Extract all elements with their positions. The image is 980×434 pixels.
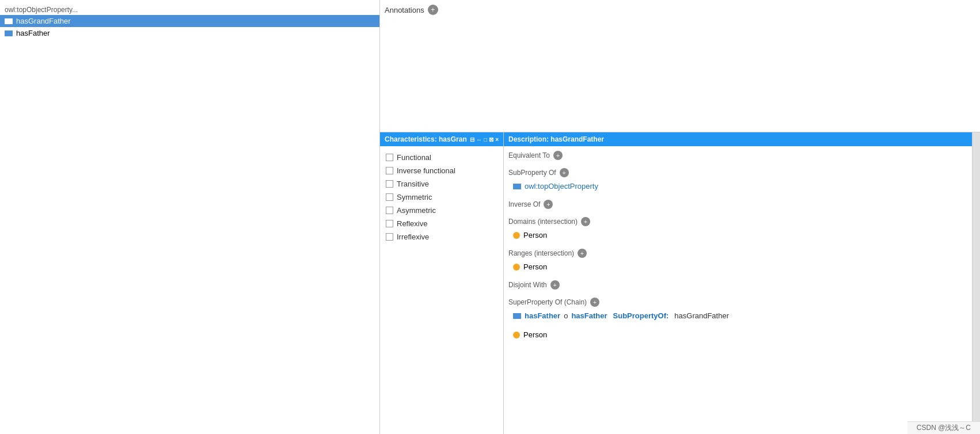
char-item-irreflexive[interactable]: Irreflexive [382,230,501,243]
inverse-add-button[interactable]: + [544,200,553,209]
tree-item-icon [5,18,13,24]
disjoint-add-button[interactable]: + [550,280,560,290]
checkbox-symmetric[interactable] [386,193,393,201]
char-label-symmetric: Symmetric [397,193,432,201]
char-panel-header: Characteristics: hasGran ⊟ ↔ □ ⊠ × [380,132,503,146]
chain-target: hasGrandFather [674,311,729,320]
desc-header-label: Description: hasGrandFather [508,135,604,143]
chain-subpropertyof: SubPropertyOf: [613,311,669,320]
chain-o-operator: o [564,311,568,320]
tree-item-hasgrandfather[interactable]: hasGrandFather [0,15,379,27]
char-header-icons: ⊟ ↔ □ ⊠ × [470,136,499,143]
tree-item-label: hasGrandFather [16,17,71,25]
domain-person-icon [513,232,520,239]
checkbox-irreflexive[interactable] [386,233,393,241]
status-bar: CSDN @浅浅～C [907,421,980,434]
section-inverse-title: Inverse Of + [508,200,967,209]
char-item-asymmetric[interactable]: Asymmetric [382,204,501,217]
tree-parent-label: owl:topObjectProperty... [0,5,379,15]
checkbox-inverse-functional[interactable] [386,167,393,174]
characteristics-panel: Characteristics: hasGran ⊟ ↔ □ ⊠ × Funct… [380,132,504,434]
char-item-reflexive[interactable]: Reflexive [382,217,501,230]
char-icon-box[interactable]: □ [484,136,487,143]
csdn-label: CSDN @浅浅～C [917,423,971,433]
subproperty-item: owl:topObjectProperty [508,181,967,192]
domain-person-label: Person [523,231,547,239]
char-label-inverse-functional: Inverse functional [397,166,455,175]
annotations-header: Annotations + [385,5,975,15]
equiv-add-button[interactable]: + [553,151,563,160]
bottom-panels: Characteristics: hasGran ⊟ ↔ □ ⊠ × Funct… [380,132,980,434]
section-inverse-of: Inverse Of + [508,200,967,209]
desc-content: Equivalent To + SubProperty Of + owl:top… [504,146,972,434]
left-tree-panel: owl:topObjectProperty... hasGrandFather … [0,0,380,434]
checkbox-reflexive[interactable] [386,220,393,227]
section-disjoint: Disjoint With + [508,280,967,290]
chain-item-icon [513,313,521,319]
checkbox-functional[interactable] [386,154,393,161]
domains-add-button[interactable]: + [581,217,590,226]
range-person-item: Person [508,261,967,272]
section-disjoint-title: Disjoint With + [508,280,967,290]
right-section: Annotations + Characteristics: hasGran ⊟… [380,0,980,434]
domain-person-item: Person [508,230,967,241]
extra-person-item: Person [508,329,967,340]
subproperty-icon [513,184,521,189]
range-person-label: Person [523,262,547,271]
char-icon-boxx[interactable]: ⊠ [489,136,493,143]
subproperty-link[interactable]: owl:topObjectProperty [525,182,598,191]
section-extra-person: Person [508,329,967,340]
section-domains: Domains (intersection) + Person [508,217,967,241]
superprop-add-button[interactable]: + [590,298,599,307]
section-ranges-title: Ranges (intersection) + [508,249,967,258]
char-item-transitive[interactable]: Transitive [382,177,501,191]
characteristics-list: Functional Inverse functional Transitive… [380,146,503,248]
chain-hasFather1: hasFather [525,311,560,320]
section-superproperty-chain: SuperProperty Of (Chain) + hasFather o h… [508,298,967,321]
section-subproperty-title: SubProperty Of + [508,168,967,177]
char-label-reflexive: Reflexive [397,219,427,228]
char-icon-minus[interactable]: ⊟ [470,136,474,143]
annotations-add-button[interactable]: + [428,5,438,15]
tree-item-icon-2 [5,31,13,36]
char-item-symmetric[interactable]: Symmetric [382,191,501,204]
chain-item: hasFather o hasFather SubPropertyOf: has… [508,310,967,321]
char-label-functional: Functional [397,153,431,162]
extra-person-label: Person [523,330,547,339]
char-item-functional[interactable]: Functional [382,151,501,164]
scrollbar[interactable] [972,132,980,434]
checkbox-asymmetric[interactable] [386,207,393,214]
annotations-label: Annotations [385,6,424,14]
char-label-irreflexive: Irreflexive [397,233,429,241]
checkbox-transitive[interactable] [386,180,393,188]
extra-person-icon [513,332,520,338]
subprop-add-button[interactable]: + [560,168,569,177]
section-subproperty-of: SubProperty Of + owl:topObjectProperty [508,168,967,192]
range-person-icon [513,264,520,271]
tree-item-hasfather[interactable]: hasFather [0,27,379,39]
char-icon-close[interactable]: × [495,136,499,143]
char-header-label: Characteristics: hasGran [385,135,467,143]
chain-hasFather2: hasFather [571,311,607,320]
section-superproperty-title: SuperProperty Of (Chain) + [508,298,967,307]
section-equivalent-to: Equivalent To + [508,151,967,160]
section-ranges: Ranges (intersection) + Person [508,249,967,272]
top-annotations-area: Annotations + [380,0,980,132]
char-item-inverse-functional[interactable]: Inverse functional [382,164,501,177]
ranges-add-button[interactable]: + [578,249,587,258]
char-label-transitive: Transitive [397,180,429,188]
section-equivalent-title: Equivalent To + [508,151,967,160]
char-label-asymmetric: Asymmetric [397,206,436,215]
char-icon-swap[interactable]: ↔ [476,136,482,143]
tree-item-label-2: hasFather [16,29,50,37]
desc-panel-header: Description: hasGrandFather [504,132,972,146]
section-domains-title: Domains (intersection) + [508,217,967,226]
description-panel: Description: hasGrandFather Equivalent T… [504,132,972,434]
